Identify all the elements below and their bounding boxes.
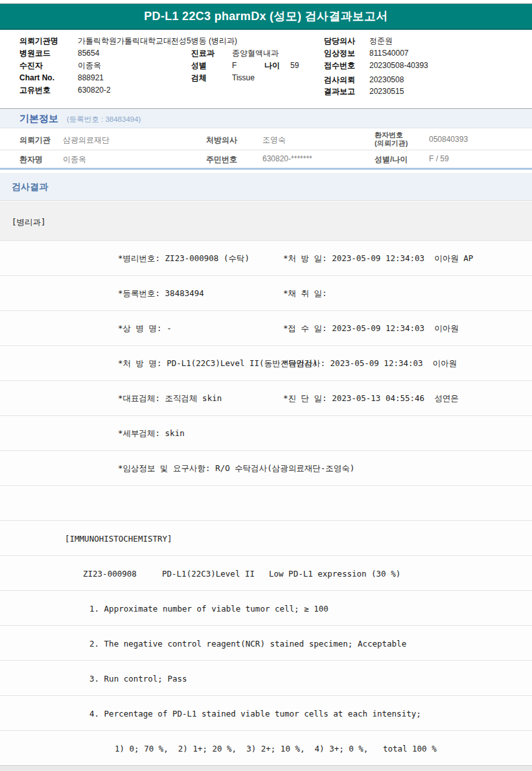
referring-org-label: 의뢰기관 [19, 135, 51, 146]
patient-name-label: 환자명 [19, 154, 43, 165]
prescribing-doctor-value: 조영숙 [262, 135, 286, 146]
ihc-test-name: PD-L1(22C3)Level II [162, 568, 255, 578]
field-row-clinical-request: *임상정보 및 요구사항: R/O 수탁검사(삼광의료재단-조영숙) [0, 450, 532, 485]
chart-no-label: Chart No. [19, 74, 54, 82]
ihc-item-negative-control: 2. The negative control reagent(NCR) sta… [89, 638, 406, 648]
requesting-org-value: 가톨릭학원가톨릭대학교대전성5병동 (병리과) [78, 37, 237, 45]
examinee-label: 수진자 [19, 62, 43, 70]
ihc-item-run-control: 3. Run control; Pass [89, 673, 187, 683]
hospital-code-value: 85654 [78, 49, 99, 58]
sub-specimen-text: *세부검체: skin [118, 428, 185, 439]
ihc-section-title: [IMMUNOHISTOCHEMISTRY] [65, 533, 172, 543]
clinical-info-label: 임상정보 [324, 49, 355, 58]
attending-doctor-value: 정준원 [369, 37, 393, 45]
test-results-title: 검사결과 [12, 181, 48, 193]
ihc-specimen-no: ZI23-000908 [83, 568, 137, 578]
specimen-value: Tissue [232, 74, 255, 82]
field-row-registration-no: *등록번호: 38483494 *채 취 일: [0, 275, 532, 310]
sex-label: 성별 [191, 62, 207, 70]
test-results-section-header: 검사결과 [0, 173, 532, 201]
field-row-empty [0, 485, 532, 520]
department-label: 진료과 [191, 49, 214, 58]
requesting-org-label: 의뢰기관명 [19, 37, 58, 45]
patient-no-label-line2: (의뢰기관) [375, 139, 408, 148]
test-request-date-value: 20230508 [369, 76, 404, 84]
page-title: PD-L1 22C3 pharmDx (성모) 검사결과보고서 [144, 8, 387, 24]
resident-no-label: 주민번호 [206, 154, 237, 165]
sex-age-label: 성별/나이 [375, 154, 408, 165]
field-row-order-name: *처 방 명: PD-L1(22C3)Level II(동반진단검사) *육안검… [0, 345, 532, 380]
ihc-item-row-2: 2. The negative control reagent(NCR) sta… [0, 625, 532, 660]
prescription-date-text: *처 방 일: 2023-05-09 12:34:03 이아원 AP [283, 253, 473, 264]
ihc-intensity-percentages-row: 1) 0; 70 %, 2) 1+; 20 %, 3) 2+; 10 %, 4)… [0, 730, 532, 765]
patient-no-value: 050840393 [429, 135, 468, 144]
result-report-date-value: 20230515 [369, 87, 404, 96]
test-request-date-label: 검사의뢰 [324, 76, 355, 84]
chart-no-value: 888921 [78, 74, 104, 82]
field-row-sub-specimen: *세부검체: skin [0, 415, 532, 450]
pathology-no-text: *병리번호: ZI23-000908 (수탁) [118, 253, 249, 264]
ihc-item-row-1: 1. Approximate number of viable tumor ce… [0, 590, 532, 625]
field-row-main-specimen: *대표검체: 조직검체 skin *진 단 일: 2023-05-13 04:5… [0, 380, 532, 415]
ihc-item-intensity-header: 4. Percentage of PD-L1 stained viable tu… [89, 708, 421, 718]
basic-info-row-divider [0, 150, 532, 150]
basic-info-registration-no: (등록번호 : 38483494) [67, 115, 141, 124]
clinical-request-text: *임상정보 및 요구사항: R/O 수탁검사(삼광의료재단-조영숙) [118, 463, 354, 474]
ihc-result-row: ZI23-000908 PD-L1(22C3)Level II Low PD-L… [0, 555, 532, 590]
basic-info-section: 기본정보 (등록번호 : 38483494) 의뢰기관 삼광의료재단 처방의사 … [0, 108, 532, 170]
basic-info-header: 기본정보 (등록번호 : 38483494) [0, 109, 532, 128]
field-row-pathology-no: *병리번호: ZI23-000908 (수탁) *처 방 일: 2023-05-… [0, 240, 532, 275]
report-page: PD-L1 22C3 pharmDx (성모) 검사결과보고서 의뢰기관명 가톨… [0, 0, 532, 771]
collection-date-text: *채 취 일: [283, 288, 327, 299]
main-specimen-text: *대표검체: 조직검체 skin [118, 393, 222, 404]
department-row: [병리과] [0, 201, 532, 240]
ihc-header-row: [IMMUNOHISTOCHEMISTRY] [0, 520, 532, 555]
referring-org-value: 삼광의료재단 [63, 135, 110, 146]
unique-no-label: 고유번호 [19, 86, 51, 95]
receipt-date-text: *접 수 일: 2023-05-09 12:34:03 이아원 [283, 323, 459, 334]
specimen-label: 검체 [191, 74, 207, 82]
report-title-bar: PD-L1 22C3 pharmDx (성모) 검사결과보고서 [0, 4, 532, 30]
receipt-no-label: 접수번호 [324, 62, 355, 70]
age-value: 59 [290, 62, 299, 70]
ihc-result-value: Low PD-L1 expression (30 %) [269, 568, 400, 578]
prescribing-doctor-label: 처방의사 [206, 135, 237, 146]
department-name: [병리과] [12, 217, 46, 228]
clinical-info-value: 811S40007 [369, 49, 409, 58]
attending-doctor-label: 담당의사 [324, 37, 355, 45]
sex-value: F [232, 62, 237, 70]
ihc-intensity-percentages: 1) 0; 70 %, 2) 1+; 20 %, 3) 2+; 10 %, 4)… [115, 743, 437, 753]
ihc-item-viable-tumor-cells: 1. Approximate number of viable tumor ce… [89, 603, 329, 613]
hospital-code-label: 병원코드 [19, 49, 51, 58]
registration-no-text: *등록번호: 38483494 [118, 288, 204, 299]
footer-band [0, 765, 532, 771]
patient-name-value: 이종옥 [63, 154, 86, 165]
ihc-item-row-3: 3. Run control; Pass [0, 660, 532, 695]
sex-age-value: F / 59 [429, 154, 449, 163]
examinee-value: 이종옥 [78, 62, 101, 70]
age-label: 나이 [264, 62, 280, 70]
unique-no-value: 630820-2 [78, 86, 111, 95]
diagnosis-name-text: *상 병 명: - [118, 323, 172, 334]
field-row-diagnosis-name: *상 병 명: - *접 수 일: 2023-05-09 12:34:03 이아… [0, 310, 532, 345]
basic-info-title: 기본정보 [19, 113, 58, 125]
gross-exam-date-text: *육안검사: 2023-05-09 12:34:03 이아원 [283, 358, 457, 369]
resident-no-value: 630820-******* [262, 154, 312, 163]
receipt-no-value: 20230508-40393 [369, 62, 428, 70]
diagnosis-date-text: *진 단 일: 2023-05-13 04:55:46 성연은 [283, 393, 459, 404]
result-report-date-label: 결과보고 [324, 87, 355, 96]
department-value: 종양혈액내과 [232, 49, 279, 58]
ihc-item-row-4: 4. Percentage of PD-L1 stained viable tu… [0, 695, 532, 730]
